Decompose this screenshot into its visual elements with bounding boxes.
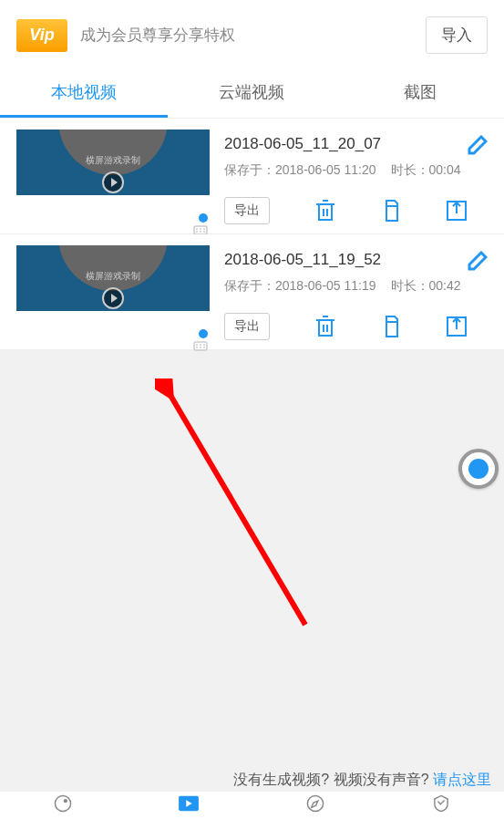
record-indicator-icon bbox=[190, 329, 209, 353]
help-link[interactable]: 请点这里 bbox=[433, 772, 491, 787]
svg-point-13 bbox=[196, 347, 198, 348]
svg-point-20 bbox=[307, 795, 323, 811]
svg-rect-1 bbox=[194, 226, 207, 234]
tab-bar: 本地视频 云端视频 截图 bbox=[0, 67, 504, 119]
video-duration: 时长：00:04 bbox=[391, 162, 461, 179]
video-thumbnail[interactable]: 横屏游戏录制 bbox=[16, 130, 210, 195]
svg-point-17 bbox=[56, 795, 71, 811]
vip-badge[interactable]: Vip bbox=[16, 19, 67, 52]
svg-point-3 bbox=[200, 228, 201, 230]
export-button[interactable]: 导出 bbox=[224, 197, 270, 224]
svg-point-15 bbox=[203, 347, 205, 348]
share-icon[interactable] bbox=[447, 201, 467, 221]
floating-record-button[interactable] bbox=[458, 449, 499, 489]
play-icon[interactable] bbox=[102, 171, 124, 193]
annotation-arrow bbox=[155, 378, 337, 652]
tab-cloud-video[interactable]: 云端视频 bbox=[168, 67, 335, 118]
video-thumbnail[interactable]: 横屏游戏录制 bbox=[16, 245, 210, 311]
svg-point-2 bbox=[196, 228, 198, 230]
nav-discover-icon[interactable] bbox=[303, 794, 328, 816]
svg-line-16 bbox=[169, 392, 305, 625]
video-list-item: 横屏游戏录制 2018-06-05_11_19_52 保存于：2018-06-0… bbox=[0, 234, 504, 350]
header: Vip 成为会员尊享分享特权 导入 bbox=[0, 0, 504, 67]
share-icon[interactable] bbox=[447, 316, 467, 337]
copy-icon[interactable] bbox=[381, 200, 401, 222]
svg-point-14 bbox=[200, 347, 201, 348]
bottom-hint: 没有生成视频? 视频没有声音? 请点这里 bbox=[233, 771, 491, 790]
export-button[interactable]: 导出 bbox=[224, 313, 270, 340]
delete-icon[interactable] bbox=[315, 200, 335, 222]
video-saved-time: 保存于：2018-06-05 11:20 bbox=[224, 162, 376, 179]
svg-rect-9 bbox=[194, 342, 207, 350]
svg-point-11 bbox=[200, 344, 201, 346]
edit-icon[interactable] bbox=[468, 135, 488, 159]
svg-point-5 bbox=[196, 231, 198, 233]
video-list-item: 横屏游戏录制 2018-06-05_11_20_07 保存于：2018-06-0… bbox=[0, 119, 504, 234]
bottom-nav bbox=[0, 792, 504, 819]
tab-screenshot[interactable]: 截图 bbox=[336, 67, 504, 118]
copy-icon[interactable] bbox=[381, 316, 401, 337]
video-title: 2018-06-05_11_19_52 bbox=[224, 251, 493, 269]
svg-point-12 bbox=[203, 344, 205, 346]
tab-local-video[interactable]: 本地视频 bbox=[0, 67, 168, 118]
play-icon[interactable] bbox=[102, 287, 124, 309]
vip-promo-text: 成为会员尊享分享特权 bbox=[80, 25, 413, 46]
delete-icon[interactable] bbox=[315, 316, 335, 337]
nav-video-icon[interactable] bbox=[176, 794, 201, 816]
video-saved-time: 保存于：2018-06-05 11:19 bbox=[224, 278, 376, 295]
nav-record-icon[interactable] bbox=[50, 794, 76, 816]
nav-tools-icon[interactable] bbox=[428, 794, 454, 816]
video-duration: 时长：00:42 bbox=[391, 278, 461, 295]
edit-icon[interactable] bbox=[468, 251, 488, 275]
thumb-label: 横屏游戏录制 bbox=[16, 154, 210, 167]
svg-point-8 bbox=[199, 329, 208, 338]
svg-point-6 bbox=[200, 231, 201, 233]
svg-point-7 bbox=[203, 231, 205, 233]
import-button[interactable]: 导入 bbox=[426, 16, 488, 54]
thumb-label: 横屏游戏录制 bbox=[16, 270, 210, 283]
svg-point-18 bbox=[65, 800, 67, 803]
svg-point-4 bbox=[203, 228, 205, 230]
video-title: 2018-06-05_11_20_07 bbox=[224, 135, 493, 153]
svg-point-0 bbox=[199, 213, 208, 223]
svg-point-10 bbox=[196, 344, 198, 346]
